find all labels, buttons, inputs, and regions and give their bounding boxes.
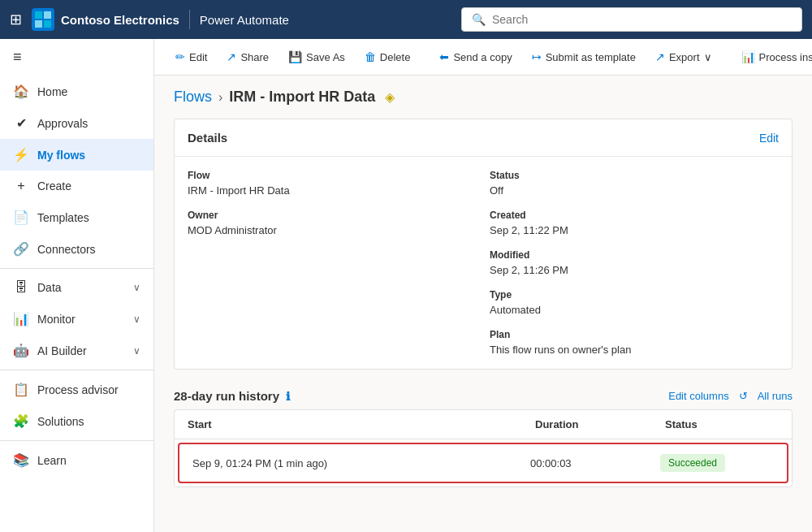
flow-value: IRM - Import HR Data [188, 184, 477, 197]
details-card-body: Flow IRM - Import HR Data Owner MOD Admi… [175, 157, 792, 369]
edit-icon: ✏ [175, 50, 185, 63]
col-start: Start [188, 418, 535, 430]
sidebar-item-templates[interactable]: 📄 Templates [0, 201, 153, 233]
data-icon: 🗄 [13, 280, 29, 295]
grid-icon[interactable]: ⊞ [10, 11, 22, 28]
breadcrumb-parent[interactable]: Flows [174, 89, 212, 106]
process-insights-icon: 📊 [741, 50, 755, 63]
info-icon[interactable]: ℹ [286, 390, 290, 403]
send-copy-button[interactable]: ⬅ Send a copy [431, 45, 520, 68]
save-as-button[interactable]: 💾 Save As [280, 45, 353, 68]
sidebar-item-monitor[interactable]: 📊 Monitor ∨ [0, 303, 153, 335]
chevron-down-icon: ∨ [133, 314, 140, 325]
export-icon: ↗ [655, 50, 665, 63]
breadcrumb-separator: › [218, 90, 222, 105]
sidebar-item-label: Solutions [37, 415, 84, 428]
search-icon: 🔍 [472, 13, 486, 26]
svg-rect-2 [35, 20, 42, 28]
share-icon: ↗ [227, 50, 236, 63]
my-flows-icon: ⚡ [13, 147, 29, 162]
submit-template-button[interactable]: ↦ Submit as template [524, 45, 644, 68]
search-box[interactable]: 🔍 [461, 7, 802, 32]
sidebar-item-label: Data [37, 281, 62, 294]
col-duration: Duration [535, 418, 665, 430]
status-field: Status Off [490, 170, 779, 197]
table-row[interactable]: Sep 9, 01:24 PM (1 min ago) 00:00:03 Suc… [178, 443, 788, 483]
toolbar: ✏ Edit ↗ Share 💾 Save As 🗑 Delete ⬅ Send… [154, 39, 812, 76]
delete-icon: 🗑 [365, 50, 376, 63]
sidebar-item-process-advisor[interactable]: 📋 Process advisor [0, 374, 153, 405]
sidebar-item-connectors[interactable]: 🔗 Connectors [0, 233, 153, 265]
org-name: Contoso Electronics [61, 13, 179, 27]
create-icon: + [13, 179, 29, 193]
sidebar-item-ai-builder[interactable]: 🤖 AI Builder ∨ [0, 335, 153, 366]
svg-rect-3 [44, 20, 51, 28]
sidebar-item-my-flows[interactable]: ⚡ My flows [0, 139, 153, 171]
sidebar-item-label: Monitor [37, 313, 76, 326]
created-field: Created Sep 2, 11:22 PM [490, 210, 779, 236]
col-status: Status [665, 418, 779, 430]
send-copy-icon: ⬅ [439, 50, 449, 63]
sidebar-item-label: Approvals [37, 117, 88, 130]
sidebar-item-solutions[interactable]: 🧩 Solutions [0, 405, 153, 437]
flow-field: Flow IRM - Import HR Data [188, 170, 477, 197]
sidebar-item-label: AI Builder [37, 344, 87, 357]
delete-button[interactable]: 🗑 Delete [356, 45, 419, 68]
export-chevron-icon: ∨ [704, 51, 712, 63]
sidebar-item-label: Connectors [37, 243, 96, 256]
sidebar-item-label: Create [37, 179, 71, 192]
details-card-header: Details Edit [175, 119, 792, 157]
app-name: Power Automate [200, 13, 289, 27]
details-edit-link[interactable]: Edit [759, 132, 779, 145]
type-value: Automated [490, 304, 779, 316]
run-history-title-group: 28-day run history ℹ [174, 389, 290, 403]
chevron-down-icon: ∨ [133, 282, 140, 293]
modified-label: Modified [490, 249, 779, 261]
org-logo: Contoso Electronics [32, 8, 179, 31]
breadcrumb: Flows › IRM - Import HR Data ◈ [154, 76, 812, 112]
flow-label: Flow [188, 170, 477, 181]
sidebar-item-learn[interactable]: 📚 Learn [0, 444, 153, 476]
home-icon: 🏠 [13, 84, 29, 99]
solutions-icon: 🧩 [13, 413, 29, 429]
ai-builder-icon: 🤖 [13, 343, 29, 358]
approvals-icon: ✔ [13, 115, 29, 131]
created-value: Sep 2, 11:22 PM [490, 224, 779, 236]
run-table-header: Start Duration Status [175, 410, 792, 439]
sidebar-item-create[interactable]: + Create [0, 171, 153, 201]
owner-field: Owner MOD Administrator [188, 210, 477, 236]
sidebar-divider [0, 268, 153, 269]
details-right: Status Off Created Sep 2, 11:22 PM Modif… [490, 170, 779, 356]
svg-rect-0 [35, 11, 42, 19]
refresh-icon[interactable]: ↺ [739, 390, 748, 402]
sidebar-item-data[interactable]: 🗄 Data ∨ [0, 272, 153, 303]
created-label: Created [490, 210, 779, 221]
sidebar-item-approvals[interactable]: ✔ Approvals [0, 107, 153, 139]
export-button[interactable]: ↗ Export ∨ [647, 45, 720, 68]
modified-field: Modified Sep 2, 11:26 PM [490, 249, 779, 276]
process-insights-button[interactable]: 📊 Process insigh... [733, 45, 812, 68]
submit-template-icon: ↦ [532, 50, 542, 63]
learn-icon: 📚 [13, 452, 29, 468]
type-label: Type [490, 289, 779, 301]
run-history-actions: Edit columns ↺ All runs [668, 390, 793, 402]
edit-columns-link[interactable]: Edit columns [668, 390, 728, 402]
status-value: Off [490, 184, 779, 197]
edit-button[interactable]: ✏ Edit [167, 45, 215, 68]
run-history-header: 28-day run history ℹ Edit columns ↺ All … [154, 376, 812, 409]
main-layout: ≡ 🏠 Home ✔ Approvals ⚡ My flows + Create… [0, 39, 812, 532]
svg-rect-1 [44, 11, 51, 19]
run-start: Sep 9, 01:24 PM (1 min ago) [192, 457, 530, 469]
run-history-table: Start Duration Status Sep 9, 01:24 PM (1… [174, 409, 793, 487]
sidebar-divider-2 [0, 370, 153, 370]
chevron-down-icon: ∨ [133, 345, 140, 357]
sidebar-item-home[interactable]: 🏠 Home [0, 76, 153, 107]
share-button[interactable]: ↗ Share [218, 45, 277, 68]
search-input[interactable] [492, 13, 792, 26]
all-runs-link[interactable]: All runs [758, 390, 793, 402]
modified-value: Sep 2, 11:26 PM [490, 264, 779, 276]
process-advisor-icon: 📋 [13, 382, 29, 397]
save-as-icon: 💾 [288, 50, 302, 63]
hamburger-button[interactable]: ≡ [0, 39, 153, 76]
type-field: Type Automated [490, 289, 779, 316]
